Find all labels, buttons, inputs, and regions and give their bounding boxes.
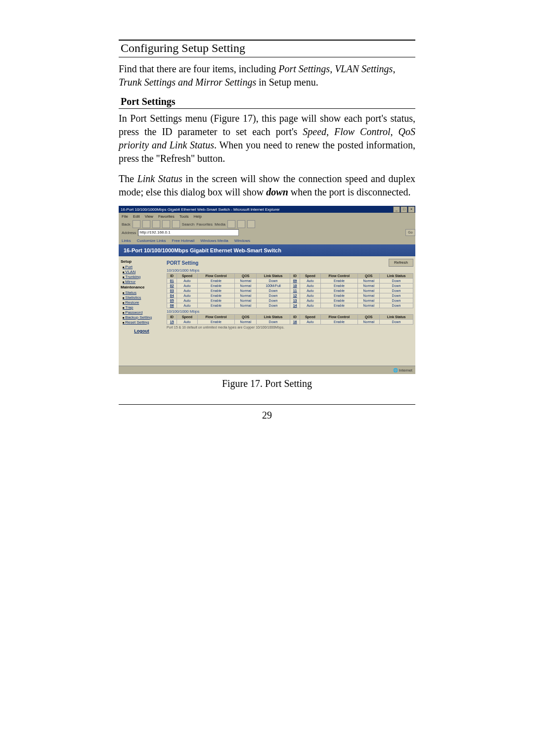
window-title-bar: 16-Port 10/100/1000Mbps Gigabit Ethernet… <box>119 206 415 213</box>
sidebar-item-port[interactable]: Port <box>123 265 163 269</box>
home-icon[interactable] <box>172 220 180 228</box>
footer-rule <box>119 404 415 405</box>
logout-link[interactable]: Logout <box>121 329 163 333</box>
port-id-link[interactable]: 09 <box>290 279 300 284</box>
port-flow: Enable <box>197 284 235 288</box>
mail-icon[interactable] <box>237 220 245 228</box>
menu-favorites[interactable]: Favorites <box>158 214 175 219</box>
sidebar-item-statistics[interactable]: Statistics <box>123 295 163 300</box>
port-id-link[interactable]: 03 <box>167 288 177 293</box>
links-label: Links <box>122 238 131 243</box>
port-qos: Normal <box>235 298 257 303</box>
port-id-link[interactable]: 13 <box>290 298 300 303</box>
page-number: 29 <box>119 410 415 421</box>
th2-qos-l: QOS <box>235 315 257 320</box>
port-link-status: Down <box>257 293 290 298</box>
port-id-link[interactable]: 11 <box>290 288 300 293</box>
media-label[interactable]: Media <box>215 222 225 227</box>
port-qos: Normal <box>358 303 380 308</box>
port-id-link[interactable]: 14 <box>290 303 300 308</box>
stop-icon[interactable] <box>152 220 160 228</box>
port-table-1: ID Speed Flow Control QOS Link Status ID… <box>167 273 413 308</box>
link-hotmail[interactable]: Free Hotmail <box>172 238 194 243</box>
port-speed: Auto <box>177 303 197 308</box>
status-right-text: Internet <box>399 368 412 373</box>
paragraph-1: In Port Settings menu (Figure 17), this … <box>119 112 415 165</box>
page-body: 16-Port 10/100/1000Mbps Gigabit Ethernet… <box>119 244 415 366</box>
sidebar-item-reset[interactable]: Reset Setting <box>123 320 163 325</box>
port-speed: Auto <box>300 288 320 293</box>
back-icon[interactable] <box>133 220 140 228</box>
th2-qos-r: QOS <box>358 315 380 320</box>
menu-edit[interactable]: Edit <box>133 214 140 219</box>
sidebar-item-trap[interactable]: Trap <box>123 305 163 310</box>
port-id-link[interactable]: 02 <box>167 284 177 288</box>
sidebar-item-mirror[interactable]: Mirror <box>123 280 163 284</box>
address-label: Address <box>122 231 136 235</box>
menu-view[interactable]: View <box>145 214 153 219</box>
go-button[interactable]: Go <box>405 229 415 236</box>
port-id-link[interactable]: 06 <box>167 303 177 308</box>
address-input[interactable]: http://192.168.0.1 <box>138 229 239 236</box>
minimize-button[interactable]: _ <box>393 206 400 213</box>
port-link-status: Down <box>380 298 413 303</box>
port-flow: Enable <box>320 298 358 303</box>
th2-flow-r: Flow Control <box>320 315 358 320</box>
port-id-link[interactable]: 04 <box>167 293 177 298</box>
port-speed: Auto <box>300 284 320 288</box>
port-id-link[interactable]: 16 <box>290 320 300 325</box>
sidebar-item-trunking[interactable]: Trunking <box>123 275 163 279</box>
th2-flow-l: Flow Control <box>197 315 235 320</box>
search-label[interactable]: Search <box>182 222 194 227</box>
menu-help[interactable]: Help <box>193 214 201 219</box>
table-row: 05AutoEnableNormalDown13AutoEnableNormal… <box>167 298 413 303</box>
refresh-button[interactable]: Refresh <box>389 259 413 267</box>
favorites-label[interactable]: Favorites <box>196 222 213 227</box>
menu-file[interactable]: File <box>122 214 128 219</box>
port-id-link[interactable]: 15 <box>167 320 177 325</box>
main-area: Setup Port VLAN Trunking Mirror Maintena… <box>119 256 415 366</box>
panel-title-row: PORT Setting Refresh <box>167 258 413 267</box>
table-row: 06AutoEnableNormalDown14AutoEnableNormal… <box>167 303 413 308</box>
para2-a: The <box>119 173 137 184</box>
sidebar-item-status[interactable]: Status <box>123 290 163 295</box>
sidebar-item-backup[interactable]: Backup Setting <box>123 315 163 320</box>
refresh-icon[interactable] <box>162 220 170 228</box>
port-speed: Auto <box>177 320 197 325</box>
port-table-2: ID Speed Flow Control QOS Link Status ID… <box>167 314 413 325</box>
th2-link-l: Link Status <box>257 315 290 320</box>
sidebar-item-password[interactable]: Password <box>123 310 163 315</box>
maximize-button[interactable]: □ <box>400 206 407 213</box>
intro-pre: Find that there are four items, includin… <box>119 63 278 74</box>
link-windows[interactable]: Windows <box>234 238 250 243</box>
port-link-status: Down <box>380 279 413 284</box>
port-link-status: Down <box>380 303 413 308</box>
table-row: 04AutoEnableNormalDown12AutoEnableNormal… <box>167 293 413 298</box>
port-id-link[interactable]: 10 <box>290 284 300 288</box>
port-link-status: Down <box>257 298 290 303</box>
link-customize[interactable]: Customize Links <box>137 238 166 243</box>
history-icon[interactable] <box>227 220 235 228</box>
heading-block: Configuring Setup Setting <box>119 40 415 57</box>
port-speed: Auto <box>177 293 197 298</box>
print-icon[interactable] <box>247 220 255 228</box>
port-flow: Enable <box>320 284 358 288</box>
sidebar-item-restore[interactable]: Restore <box>123 300 163 305</box>
para2-c: when the port is disconnected. <box>288 187 411 197</box>
forward-icon[interactable] <box>142 220 150 228</box>
port-qos: Normal <box>358 298 380 303</box>
sidebar-group-maintenance: Maintenance <box>121 285 163 289</box>
back-label[interactable]: Back <box>122 222 131 227</box>
port-id-link[interactable]: 01 <box>167 279 177 284</box>
port-id-link[interactable]: 05 <box>167 298 177 303</box>
sidebar: Setup Port VLAN Trunking Mirror Maintena… <box>119 256 165 366</box>
sidebar-item-vlan[interactable]: VLAN <box>123 270 163 274</box>
link-wmedia[interactable]: Windows Media <box>200 238 228 243</box>
table-header-row: ID Speed Flow Control QOS Link Status ID… <box>167 274 413 279</box>
port-flow: Enable <box>197 288 235 293</box>
menu-tools[interactable]: Tools <box>179 214 189 219</box>
close-button[interactable]: × <box>408 206 415 213</box>
table-row: 02AutoEnableNormal100M/Full10AutoEnableN… <box>167 284 413 288</box>
paragraph-2: The Link Status in the screen will show … <box>119 172 415 199</box>
port-id-link[interactable]: 12 <box>290 293 300 298</box>
